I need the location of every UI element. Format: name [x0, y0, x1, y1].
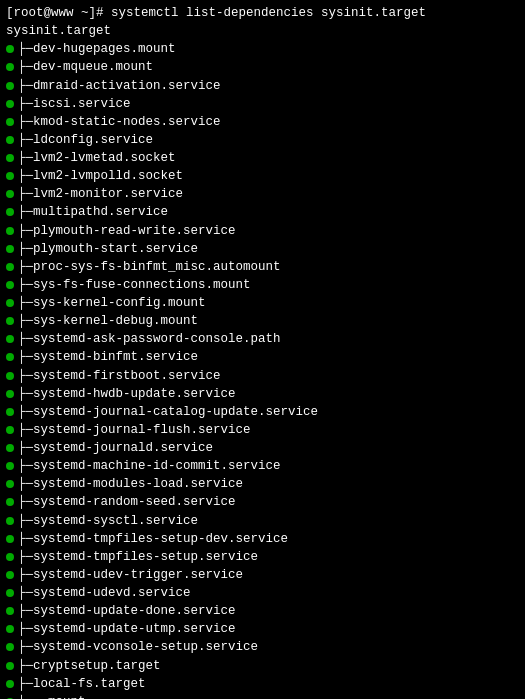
status-dot: [6, 136, 14, 144]
list-item: ├─sys-kernel-config.mount: [6, 294, 519, 312]
line-text: ├─sys-kernel-debug.mount: [18, 312, 198, 330]
status-dot: [6, 317, 14, 325]
list-item: ├─systemd-ask-password-console.path: [6, 330, 519, 348]
line-text: ├─cryptsetup.target: [18, 657, 161, 675]
status-dot: [6, 227, 14, 235]
list-item: ├─systemd-journal-catalog-update.service: [6, 403, 519, 421]
line-text: ├─systemd-sysctl.service: [18, 512, 198, 530]
line-text: ├─multipathd.service: [18, 203, 168, 221]
list-item: ├─systemd-hwdb-update.service: [6, 385, 519, 403]
list-item: ├─systemd-random-seed.service: [6, 493, 519, 511]
status-dot: [6, 100, 14, 108]
list-item: ├─dev-mqueue.mount: [6, 58, 519, 76]
list-item: ├─systemd-update-done.service: [6, 602, 519, 620]
list-item: ├─proc-sys-fs-binfmt_misc.automount: [6, 258, 519, 276]
status-dot: [6, 299, 14, 307]
line-text: ├─systemd-binfmt.service: [18, 348, 198, 366]
line-text: ├─ldconfig.service: [18, 131, 153, 149]
list-item: ├─systemd-update-utmp.service: [6, 620, 519, 638]
list-item: ├─systemd-binfmt.service: [6, 348, 519, 366]
line-text: ├─systemd-update-utmp.service: [18, 620, 236, 638]
status-dot: [6, 190, 14, 198]
status-dot: [6, 408, 14, 416]
line-text: ├─systemd-hwdb-update.service: [18, 385, 236, 403]
line-text: ├─systemd-modules-load.service: [18, 475, 243, 493]
status-dot: [6, 662, 14, 670]
line-text: ├─systemd-vconsole-setup.service: [18, 638, 258, 656]
status-dot: [6, 480, 14, 488]
status-dot: [6, 208, 14, 216]
status-dot: [6, 245, 14, 253]
list-item: ├─ldconfig.service: [6, 131, 519, 149]
list-item: ├─cryptsetup.target: [6, 657, 519, 675]
status-dot: [6, 63, 14, 71]
line-text: ├─sys-fs-fuse-connections.mount: [18, 276, 251, 294]
line-text: ├─systemd-firstboot.service: [18, 367, 221, 385]
list-item: ├─systemd-udevd.service: [6, 584, 519, 602]
line-text: ├─systemd-tmpfiles-setup.service: [18, 548, 258, 566]
list-item: ├─dev-hugepages.mount: [6, 40, 519, 58]
status-dot: [6, 517, 14, 525]
line-text: ├─dmraid-activation.service: [18, 77, 221, 95]
line-text: ├─systemd-tmpfiles-setup-dev.service: [18, 530, 288, 548]
line-text: ├─lvm2-lvmpolld.socket: [18, 167, 183, 185]
list-item: ├─iscsi.service: [6, 95, 519, 113]
line-text: ├─systemd-udev-trigger.service: [18, 566, 243, 584]
status-dot: [6, 607, 14, 615]
list-item: ├─lvm2-monitor.service: [6, 185, 519, 203]
line-text: ├─kmod-static-nodes.service: [18, 113, 221, 131]
line-text: ├─plymouth-start.service: [18, 240, 198, 258]
status-dot: [6, 625, 14, 633]
status-dot: [6, 498, 14, 506]
list-item: ├─sys-kernel-debug.mount: [6, 312, 519, 330]
status-dot: [6, 390, 14, 398]
status-dot: [6, 372, 14, 380]
status-dot: [6, 118, 14, 126]
status-dot: [6, 281, 14, 289]
list-item: ├─lvm2-lvmpolld.socket: [6, 167, 519, 185]
title-line: sysinit.target: [6, 22, 519, 40]
line-text: ├─systemd-journal-catalog-update.service: [18, 403, 318, 421]
list-item: ├─dmraid-activation.service: [6, 77, 519, 95]
status-dot: [6, 643, 14, 651]
line-text: ├─systemd-journal-flush.service: [18, 421, 251, 439]
status-dot: [6, 353, 14, 361]
status-dot: [6, 172, 14, 180]
line-text: ├─systemd-machine-id-commit.service: [18, 457, 281, 475]
line-text: ├─systemd-random-seed.service: [18, 493, 236, 511]
status-dot: [6, 82, 14, 90]
prompt-line: [root@www ~]# systemctl list-dependencie…: [6, 4, 519, 22]
list-item: ├─lvm2-lvmetad.socket: [6, 149, 519, 167]
status-dot: [6, 444, 14, 452]
status-dot: [6, 462, 14, 470]
list-item: ├─systemd-firstboot.service: [6, 367, 519, 385]
line-text: ├─proc-sys-fs-binfmt_misc.automount: [18, 258, 281, 276]
list-item: ├─plymouth-read-write.service: [6, 222, 519, 240]
line-text: ├─dev-hugepages.mount: [18, 40, 176, 58]
list-item: ├─systemd-journal-flush.service: [6, 421, 519, 439]
lines-container: ├─dev-hugepages.mount├─dev-mqueue.mount├…: [6, 40, 519, 699]
status-dot: [6, 154, 14, 162]
list-item: ├─systemd-tmpfiles-setup-dev.service: [6, 530, 519, 548]
status-dot: [6, 45, 14, 53]
list-item: ├─sys-fs-fuse-connections.mount: [6, 276, 519, 294]
line-text: ├─dev-mqueue.mount: [18, 58, 153, 76]
list-item: ├─systemd-sysctl.service: [6, 512, 519, 530]
status-dot: [6, 553, 14, 561]
list-item: ├─systemd-tmpfiles-setup.service: [6, 548, 519, 566]
line-text: ├─-.mount: [18, 693, 86, 699]
line-text: ├─systemd-update-done.service: [18, 602, 236, 620]
list-item: ├─systemd-modules-load.service: [6, 475, 519, 493]
line-text: ├─iscsi.service: [18, 95, 131, 113]
list-item: ├─local-fs.target: [6, 675, 519, 693]
line-text: ├─local-fs.target: [18, 675, 146, 693]
status-dot: [6, 426, 14, 434]
line-text: ├─lvm2-lvmetad.socket: [18, 149, 176, 167]
status-dot: [6, 571, 14, 579]
line-text: ├─systemd-ask-password-console.path: [18, 330, 281, 348]
status-dot: [6, 335, 14, 343]
line-text: ├─sys-kernel-config.mount: [18, 294, 206, 312]
line-text: ├─systemd-journald.service: [18, 439, 213, 457]
list-item: ├─systemd-udev-trigger.service: [6, 566, 519, 584]
status-dot: [6, 263, 14, 271]
